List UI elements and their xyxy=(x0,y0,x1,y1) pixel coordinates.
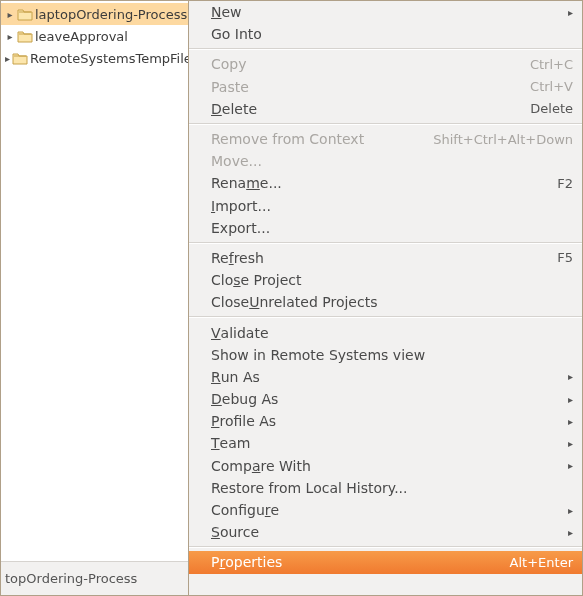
menu-item-compare-with[interactable]: Compare With▸ xyxy=(189,455,583,477)
menu-item-debug-as[interactable]: Debug As▸ xyxy=(189,388,583,410)
menu-item-label: Restore from Local History... xyxy=(211,480,408,496)
expand-arrow-icon: ▸ xyxy=(5,31,15,42)
menu-item-label: Go Into xyxy=(211,26,262,42)
menu-item-go-into[interactable]: Go Into xyxy=(189,23,583,45)
submenu-arrow-icon: ▸ xyxy=(568,505,573,516)
open-folder-icon xyxy=(12,51,28,65)
menu-item-label: Run As xyxy=(211,369,260,385)
tree-item-label: leaveApproval xyxy=(35,29,128,44)
submenu-arrow-icon: ▸ xyxy=(568,438,573,449)
project-tree: ▸ laptopOrdering-Process ▸ leaveApproval… xyxy=(1,1,188,561)
menu-item-label: Validate xyxy=(211,325,269,341)
context-menu: New▸Go IntoCopyCtrl+CPasteCtrl+VDeleteDe… xyxy=(188,1,583,596)
menu-separator xyxy=(189,242,583,244)
menu-shortcut: F5 xyxy=(557,250,573,265)
tree-item-label: laptopOrdering-Process xyxy=(35,7,187,22)
submenu-arrow-icon: ▸ xyxy=(568,7,573,18)
tree-item[interactable]: ▸ leaveApproval xyxy=(1,25,188,47)
menu-item-label: Source xyxy=(211,524,259,540)
menu-shortcut: Alt+Enter xyxy=(510,555,573,570)
menu-separator xyxy=(189,316,583,318)
submenu-arrow-icon: ▸ xyxy=(568,371,573,382)
menu-item-new[interactable]: New▸ xyxy=(189,1,583,23)
menu-item-team[interactable]: Team▸ xyxy=(189,432,583,454)
menu-shortcut: Ctrl+V xyxy=(530,79,573,94)
menu-item-label: Team xyxy=(211,435,250,451)
menu-item-label: Move... xyxy=(211,153,262,169)
menu-item-close-unrelated-projects[interactable]: Close Unrelated Projects xyxy=(189,291,583,313)
menu-item-label: Refresh xyxy=(211,250,264,266)
menu-item-label: Configure xyxy=(211,502,279,518)
menu-shortcut: Ctrl+C xyxy=(530,57,573,72)
menu-item-label: Copy xyxy=(211,56,247,72)
menu-separator xyxy=(189,123,583,125)
submenu-arrow-icon: ▸ xyxy=(568,416,573,427)
menu-item-remove-from-context: Remove from ContextShift+Ctrl+Alt+Down xyxy=(189,128,583,150)
menu-item-label: Close Project xyxy=(211,272,302,288)
menu-item-import[interactable]: Import... xyxy=(189,195,583,217)
tree-item-label: RemoteSystemsTempFiles xyxy=(30,51,188,66)
menu-item-label: Paste xyxy=(211,79,249,95)
menu-item-validate[interactable]: Validate xyxy=(189,321,583,343)
menu-item-label: Compare With xyxy=(211,458,311,474)
menu-item-refresh[interactable]: RefreshF5 xyxy=(189,247,583,269)
menu-item-label: Delete xyxy=(211,101,257,117)
menu-item-label: Show in Remote Systems view xyxy=(211,347,425,363)
menu-item-label: Import... xyxy=(211,198,271,214)
open-folder-icon xyxy=(17,29,33,43)
menu-item-run-as[interactable]: Run As▸ xyxy=(189,366,583,388)
menu-item-label: Properties xyxy=(211,554,282,570)
menu-item-move: Move... xyxy=(189,150,583,172)
expand-arrow-icon: ▸ xyxy=(5,9,15,20)
menu-item-label: Export... xyxy=(211,220,270,236)
menu-item-label: New xyxy=(211,4,242,20)
submenu-arrow-icon: ▸ xyxy=(568,527,573,538)
menu-separator xyxy=(189,48,583,50)
status-bar: topOrdering-Process xyxy=(1,561,188,595)
menu-item-label: Profile As xyxy=(211,413,276,429)
menu-shortcut: Delete xyxy=(530,101,573,116)
menu-separator xyxy=(189,546,583,548)
tree-item[interactable]: ▸ laptopOrdering-Process xyxy=(1,3,188,25)
menu-item-rename[interactable]: Rename...F2 xyxy=(189,172,583,194)
open-folder-icon xyxy=(17,7,33,21)
tree-item[interactable]: ▸ RemoteSystemsTempFiles xyxy=(1,47,188,69)
status-text: topOrdering-Process xyxy=(5,571,137,586)
menu-item-label: Remove from Context xyxy=(211,131,364,147)
menu-item-label: Debug As xyxy=(211,391,278,407)
menu-item-copy: CopyCtrl+C xyxy=(189,53,583,75)
menu-item-restore-from-local-history[interactable]: Restore from Local History... xyxy=(189,477,583,499)
menu-item-close-project[interactable]: Close Project xyxy=(189,269,583,291)
menu-item-profile-as[interactable]: Profile As▸ xyxy=(189,410,583,432)
menu-item-delete[interactable]: DeleteDelete xyxy=(189,98,583,120)
menu-item-show-in-remote-systems-view[interactable]: Show in Remote Systems view xyxy=(189,344,583,366)
menu-item-source[interactable]: Source▸ xyxy=(189,521,583,543)
menu-item-label: Rename... xyxy=(211,175,282,191)
expand-arrow-icon: ▸ xyxy=(5,53,10,64)
menu-item-export[interactable]: Export... xyxy=(189,217,583,239)
menu-item-properties[interactable]: PropertiesAlt+Enter xyxy=(189,551,583,573)
menu-item-paste: PasteCtrl+V xyxy=(189,76,583,98)
submenu-arrow-icon: ▸ xyxy=(568,460,573,471)
menu-item-label: Close Unrelated Projects xyxy=(211,294,377,310)
menu-item-configure[interactable]: Configure▸ xyxy=(189,499,583,521)
menu-shortcut: Shift+Ctrl+Alt+Down xyxy=(433,132,573,147)
menu-shortcut: F2 xyxy=(557,176,573,191)
submenu-arrow-icon: ▸ xyxy=(568,394,573,405)
